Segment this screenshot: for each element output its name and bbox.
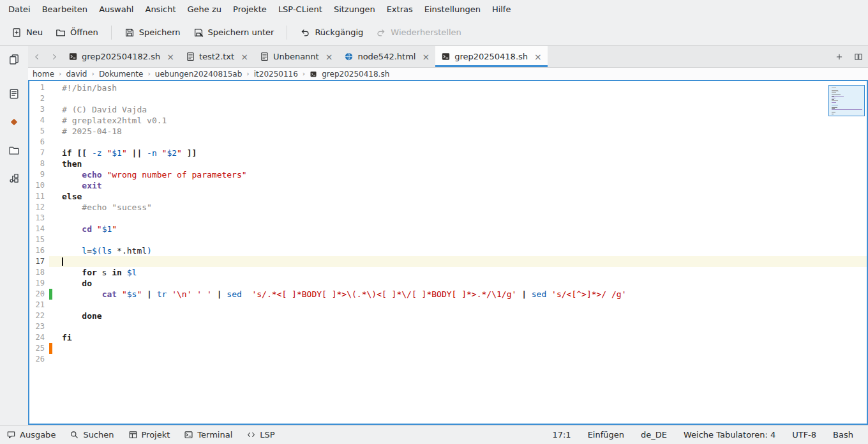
neu-button[interactable]: Neu xyxy=(5,23,49,42)
line-number: 10 xyxy=(29,180,45,191)
line-number: 12 xyxy=(29,202,45,213)
editor-line[interactable]: 24fi xyxy=(29,332,867,343)
editor-line[interactable]: 14 cd "$1" xyxy=(29,224,867,234)
code-token xyxy=(62,289,102,299)
code-text xyxy=(52,137,867,148)
editor-line[interactable]: 22 done xyxy=(29,310,867,321)
tab-test2-txt[interactable]: test2.txt× xyxy=(180,46,254,67)
split-view-button[interactable] xyxy=(849,46,868,67)
statusbar-encoding[interactable]: UTF-8 xyxy=(784,430,825,440)
editor-line[interactable]: 4# greplatex2html v0.1 xyxy=(29,115,867,126)
editor-line[interactable]: 13 xyxy=(29,213,867,224)
menu-auswahl[interactable]: Auswahl xyxy=(93,0,139,19)
tab-close-icon[interactable]: × xyxy=(534,52,542,61)
new-tab-button[interactable] xyxy=(830,46,849,67)
minimap-line xyxy=(832,116,862,117)
editor-content[interactable]: 1#!/bin/bash23# (C) David Vajda4# grepla… xyxy=(29,81,867,365)
toolview-file-preview-button[interactable] xyxy=(3,83,25,105)
statusbar-terminal[interactable]: Terminal xyxy=(184,430,232,440)
minimap-line xyxy=(832,111,862,111)
toolview-external-tools-button[interactable] xyxy=(3,167,25,189)
breadcrumb-segment-dokumente[interactable]: Dokumente xyxy=(99,70,144,79)
editor-line[interactable]: 3# (C) David Vajda xyxy=(29,104,867,115)
tab-grep20250418-sh[interactable]: grep20250418.sh× xyxy=(435,46,548,67)
tab-grep202504182-sh[interactable]: grep202504182.sh× xyxy=(63,46,180,67)
toolview-documents-button[interactable] xyxy=(3,49,25,70)
code-token xyxy=(62,246,82,256)
editor-line[interactable]: 12 #echo "sucess" xyxy=(29,202,867,213)
toolview-git-button[interactable] xyxy=(3,111,25,133)
statusbar-syntax-mode[interactable]: Bash xyxy=(825,430,862,440)
menu-bearbeiten[interactable]: Bearbeiten xyxy=(36,0,93,19)
editor-line[interactable]: 9 echo "wrong number of parameters" xyxy=(29,169,867,180)
editor-line[interactable]: 20 cat "$s" | tr '\n' ' ' | sed 's/.*<[ … xyxy=(29,289,867,300)
menu-gehe-zu[interactable]: Gehe zu xyxy=(182,0,228,19)
editor-line[interactable]: 2 xyxy=(29,93,867,104)
editor-line[interactable]: 16 l=$(ls *.html) xyxy=(29,245,867,256)
menu-lsp-client[interactable]: LSP-CLient xyxy=(273,0,328,19)
statusbar-lsp[interactable]: LSP xyxy=(246,430,274,440)
menu-projekte[interactable]: Projekte xyxy=(227,0,273,19)
tab-close-icon[interactable]: × xyxy=(422,52,430,61)
r-ckg-ngig-button[interactable]: Rückgängig xyxy=(294,23,370,42)
editor-line[interactable]: 11else xyxy=(29,191,867,202)
tab-scroll-right-button[interactable] xyxy=(45,46,63,67)
breadcrumb-segment-home[interactable]: home xyxy=(33,70,54,79)
statusbar-suchen[interactable]: Suchen xyxy=(70,430,114,440)
speichern-unter-button[interactable]: Speichern unter xyxy=(187,23,281,42)
statusbar-ausgabe[interactable]: Ausgabe xyxy=(6,430,56,440)
editor-line[interactable]: 19 do xyxy=(29,278,867,289)
editor-line[interactable]: 1#!/bin/bash xyxy=(29,82,867,93)
code-text: #!/bin/bash xyxy=(52,82,867,93)
minimap[interactable] xyxy=(828,85,865,116)
code-text: echo "wrong number of parameters" xyxy=(52,169,867,180)
line-number: 1 xyxy=(29,82,45,93)
breadcrumb: home›david›Dokumente›uebungen20240815ab›… xyxy=(28,68,868,80)
menu-ansicht[interactable]: Ansicht xyxy=(139,0,181,19)
script-file-icon xyxy=(441,52,451,61)
breadcrumb-segment-david[interactable]: david xyxy=(66,70,87,79)
tab-close-icon[interactable]: × xyxy=(241,52,248,61)
code-token: 's/.*<[ ]*BODY[ ]*>\(.*\)<[ ]*\/[ ]*BODY… xyxy=(251,289,516,299)
tab-scroll-left-button[interactable] xyxy=(28,46,45,67)
menu-extras[interactable]: Extras xyxy=(381,0,419,19)
editor-line[interactable]: 17 xyxy=(29,256,867,267)
tab-close-icon[interactable]: × xyxy=(326,52,333,61)
speichern-button[interactable]: Speichern xyxy=(118,23,187,42)
toolbar-button-label: Wiederherstellen xyxy=(391,27,461,37)
toolbar-separator xyxy=(287,26,287,40)
statusbar-projekt[interactable]: Projekt xyxy=(128,430,170,440)
editor-line[interactable]: 10 exit xyxy=(29,180,867,191)
statusbar-tab-mode[interactable]: Weiche Tabulatoren: 4 xyxy=(675,430,784,440)
editor-line[interactable]: 8then xyxy=(29,158,867,169)
code-token xyxy=(152,289,157,299)
code-token: fi xyxy=(62,333,72,342)
menu-einstellungen[interactable]: Einstellungen xyxy=(419,0,486,19)
tab-unbenannt[interactable]: Unbenannt× xyxy=(254,46,339,67)
workspace: grep202504182.sh×test2.txt×Unbenannt×nod… xyxy=(0,46,868,425)
menu-datei[interactable]: Datei xyxy=(3,0,36,19)
editor-line[interactable]: 23 xyxy=(29,321,867,332)
editor-line[interactable]: 18 for s in $l xyxy=(29,267,867,278)
menu-sitzungen[interactable]: Sitzungen xyxy=(328,0,381,19)
editor-line[interactable]: 15 xyxy=(29,234,867,245)
statusbar-cursor-position[interactable]: 17:1 xyxy=(544,430,579,440)
toolview-filesystem-button[interactable] xyxy=(3,139,25,161)
editor-line[interactable]: 21 xyxy=(29,300,867,310)
breadcrumb-file[interactable]: grep20250418.sh xyxy=(322,70,389,79)
statusbar-insert-mode[interactable]: Einfügen xyxy=(580,430,632,440)
statusbar-dictionary[interactable]: de_DE xyxy=(632,430,675,440)
editor-line[interactable]: 7if [[ -z "$1" || -n "$2" ]] xyxy=(29,148,867,158)
editor-line[interactable]: 26 xyxy=(29,354,867,365)
tab-close-icon[interactable]: × xyxy=(167,52,174,61)
code-token: " xyxy=(122,148,127,158)
tab-node542-html[interactable]: node542.html× xyxy=(338,46,435,67)
breadcrumb-segment-it20250116[interactable]: it20250116 xyxy=(254,70,298,79)
ffnen-button[interactable]: Öffnen xyxy=(49,23,105,42)
text-editor[interactable]: 1#!/bin/bash23# (C) David Vajda4# grepla… xyxy=(28,80,868,425)
editor-line[interactable]: 25 xyxy=(29,343,867,354)
editor-line[interactable]: 6 xyxy=(29,137,867,148)
breadcrumb-segment-uebungen20240815ab[interactable]: uebungen20240815ab xyxy=(155,70,242,79)
menu-hilfe[interactable]: Hilfe xyxy=(486,0,517,19)
editor-line[interactable]: 5# 2025-04-18 xyxy=(29,126,867,137)
